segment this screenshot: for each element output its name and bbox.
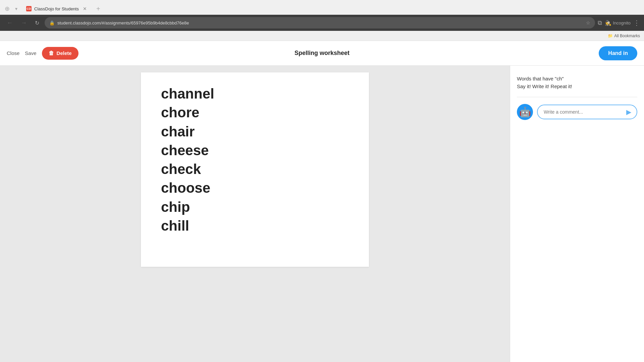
tab-favicon: CD (26, 6, 32, 11)
delete-label: Delete (57, 50, 72, 56)
list-item: chill (161, 218, 349, 234)
word-list: channelchorechaircheesecheckchoosechipch… (161, 86, 349, 234)
bookmarks-folder-icon: 📁 (608, 34, 613, 38)
browser-chrome: ⊕ ▾ CD ClassDojo for Students ✕ + ← → ↻ … (0, 0, 644, 31)
list-item: chore (161, 105, 349, 121)
bookmarks-label: All Bookmarks (614, 34, 640, 38)
all-bookmarks-link[interactable]: 📁 All Bookmarks (608, 34, 640, 38)
url-text: student.classdojo.com/#/assignments/6597… (57, 20, 583, 25)
delete-button[interactable]: 🗑 Delete (42, 47, 78, 60)
sidebar-divider (517, 97, 637, 97)
app-header: Close Save 🗑 Delete Spelling worksheet H… (0, 41, 644, 66)
description-line2: Say it! Write it! Repeat it! (517, 83, 637, 90)
page-title: Spelling worksheet (294, 50, 350, 57)
tab-close-button[interactable]: ✕ (82, 5, 88, 12)
tab-bar: ⊕ ▾ CD ClassDojo for Students ✕ + (0, 0, 644, 15)
browser-toolbar: ← → ↻ 🔒 student.classdojo.com/#/assignme… (0, 15, 644, 31)
refresh-button[interactable]: ↻ (32, 18, 42, 27)
comment-area: 🤖 ▶ (517, 104, 637, 120)
header-left: Close Save 🗑 Delete (7, 47, 78, 60)
list-item: chip (161, 199, 349, 215)
tab-title: ClassDojo for Students (34, 6, 79, 11)
list-item: choose (161, 180, 349, 196)
bookmark-star-icon[interactable]: ☆ (586, 20, 590, 25)
incognito-label: Incognito (613, 20, 631, 25)
list-item: check (161, 161, 349, 177)
comment-input-wrapper: ▶ (537, 105, 637, 119)
forward-button[interactable]: → (18, 18, 30, 28)
active-tab[interactable]: CD ClassDojo for Students ✕ (22, 3, 92, 15)
incognito-icon: 🕵 (605, 20, 611, 26)
list-item: channel (161, 86, 349, 102)
delete-icon: 🗑 (49, 50, 54, 56)
send-comment-button[interactable]: ▶ (625, 108, 633, 116)
lock-icon: 🔒 (49, 20, 55, 25)
avatar-icon: 🤖 (519, 107, 531, 118)
list-item: chair (161, 124, 349, 140)
worksheet-paper: channelchorechaircheesecheckchoosechipch… (141, 72, 369, 267)
new-tab-button[interactable]: + (94, 4, 103, 14)
address-bar[interactable]: 🔒 student.classdojo.com/#/assignments/65… (45, 17, 595, 28)
back-button[interactable]: ← (4, 18, 15, 28)
hand-in-button[interactable]: Hand in (599, 46, 637, 60)
sidebar-description: Words that have "ch" Say it! Write it! R… (517, 75, 637, 90)
incognito-badge: 🕵 Incognito (605, 20, 631, 26)
browser-menu-icon[interactable]: ⋮ (633, 19, 640, 27)
save-button[interactable]: Save (25, 50, 36, 56)
close-button[interactable]: Close (7, 50, 19, 56)
toolbar-right: 🕵 Incognito ⋮ (605, 19, 640, 27)
description-line1: Words that have "ch" (517, 75, 637, 83)
list-item: cheese (161, 142, 349, 159)
bookmarks-bar: 📁 All Bookmarks (0, 31, 644, 41)
sidebar: Words that have "ch" Say it! Write it! R… (510, 66, 644, 362)
main-content: channelchorechaircheesecheckchoosechipch… (0, 66, 644, 362)
dropdown-icon[interactable]: ▾ (13, 5, 19, 13)
profile-icon[interactable]: ⊕ (3, 4, 12, 14)
avatar: 🤖 (517, 104, 533, 120)
sidebar-toggle-icon[interactable]: ⧉ (598, 19, 602, 26)
worksheet-area: channelchorechaircheesecheckchoosechipch… (0, 66, 510, 362)
comment-input[interactable] (544, 109, 625, 115)
